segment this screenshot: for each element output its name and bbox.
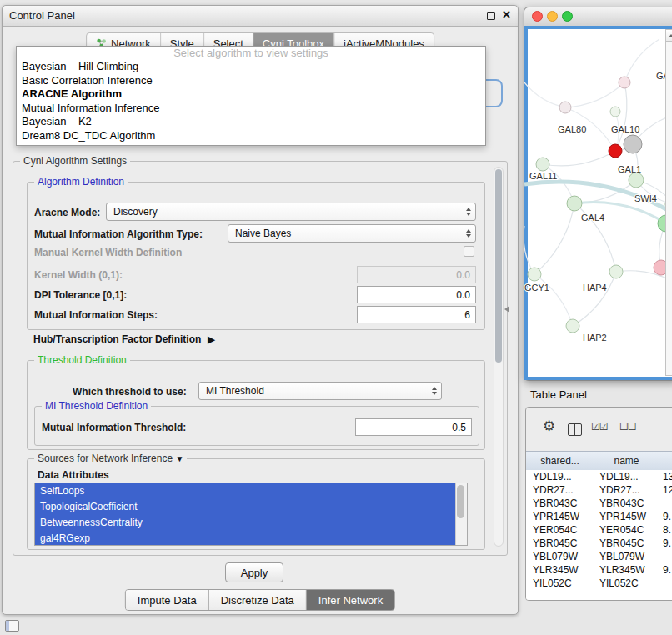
control-panel-window: Control Panel ✕ NetworkStyleSelectCyni T… xyxy=(2,5,519,615)
table-cell: YDL19... xyxy=(526,471,594,482)
columns-icon[interactable] xyxy=(568,423,582,436)
network-node[interactable] xyxy=(609,144,622,158)
manual-kernel-width-checkbox[interactable] xyxy=(464,246,474,257)
algorithm-option[interactable]: Bayesian – Hill Climbing xyxy=(17,60,485,74)
network-node[interactable] xyxy=(567,196,582,211)
kernel-width-value: 0.0 xyxy=(456,269,470,281)
table-row[interactable]: YER054CYER054C8. xyxy=(526,523,672,537)
data-attributes-list[interactable]: SelfLoopsTopologicalCoefficientBetweenne… xyxy=(34,482,468,546)
network-view-window: GAL7GAL80GAL10GAL11GAL1SWI4GAL4GCY1HAP4Y… xyxy=(524,7,672,381)
table-cell: YLR345W xyxy=(594,564,659,576)
dpi-tolerance-input[interactable]: 0.0 xyxy=(357,286,476,303)
table-row[interactable]: YLR345WYLR345W9. xyxy=(526,563,672,577)
mi-threshold-group: MI Threshold Definition Mutual Informati… xyxy=(34,406,479,446)
table-cell: YBL079W xyxy=(594,551,659,562)
table-cell: YBR043C xyxy=(526,498,594,509)
mi-threshold-group-title: MI Threshold Definition xyxy=(42,400,151,412)
network-vertical-scrollbar[interactable] xyxy=(665,29,672,376)
threshold-type-value: MI Threshold xyxy=(206,385,264,397)
sources-group-title[interactable]: Sources for Network Inference ▼ xyxy=(34,452,187,464)
algorithm-option[interactable]: Bayesian – K2 xyxy=(17,115,485,129)
node-label: GAL1 xyxy=(618,164,641,174)
combo-arrows-icon xyxy=(432,387,437,395)
float-window-icon[interactable] xyxy=(487,12,495,20)
mi-threshold-input[interactable]: 0.5 xyxy=(355,418,472,436)
network-node[interactable] xyxy=(624,135,642,153)
network-node[interactable] xyxy=(619,77,630,88)
algorithm-option[interactable]: Dream8 DC_TDC Algorithm xyxy=(17,129,485,143)
network-node[interactable] xyxy=(559,102,571,113)
data-attributes-label: Data Attributes xyxy=(38,469,109,481)
network-node[interactable] xyxy=(610,107,620,117)
aracne-mode-select[interactable]: Discovery xyxy=(106,202,476,221)
settings-scroll-thumb[interactable] xyxy=(495,169,502,362)
select-all-columns-icon[interactable]: ☑☑ xyxy=(591,421,608,432)
table-row[interactable]: YIL052CYIL052C xyxy=(526,577,672,590)
mi-steps-input[interactable]: 6 xyxy=(357,306,476,323)
table-cell: YPR145W xyxy=(594,511,659,522)
mi-type-label: Mutual Information Algorithm Type: xyxy=(34,228,203,240)
table-cell: YLR345W xyxy=(526,564,594,576)
control-panel-titlebar[interactable]: Control Panel ✕ xyxy=(3,6,518,27)
list-scroll-thumb[interactable] xyxy=(457,485,464,518)
table-cell: 9. xyxy=(659,511,672,522)
tab-impute-data[interactable]: Impute Data xyxy=(126,590,209,610)
settings-group-title: Cyni Algorithm Settings xyxy=(20,155,130,167)
threshold-type-select[interactable]: MI Threshold xyxy=(198,382,442,400)
table-row[interactable]: YDL19...YDL19...13 xyxy=(526,470,672,483)
close-icon[interactable]: ✕ xyxy=(502,8,511,21)
algorithm-option[interactable]: Mutual Information Inference xyxy=(17,102,485,116)
network-node[interactable] xyxy=(609,265,623,278)
kernel-width-label: Kernel Width (0,1): xyxy=(34,269,123,281)
algorithm-definition-title: Algorithm Definition xyxy=(34,176,128,188)
table-cell: YBL079W xyxy=(526,551,594,562)
network-node[interactable] xyxy=(629,172,644,188)
node-label: GAL11 xyxy=(529,171,557,181)
attribute-item[interactable]: BetweennessCentrality xyxy=(35,515,456,531)
algorithm-option[interactable]: Basic Correlation Inference xyxy=(17,74,485,88)
table-cell: YIL052C xyxy=(526,578,594,589)
network-node[interactable] xyxy=(566,319,579,332)
network-edge xyxy=(573,272,616,326)
algorithm-dropdown-popup: Select algorithm to view settings Bayesi… xyxy=(16,46,486,146)
column-header[interactable]: shared... xyxy=(526,452,594,470)
attribute-item[interactable]: TopologicalCoefficient xyxy=(35,499,456,515)
tab-infer-network[interactable]: Infer Network xyxy=(307,590,394,610)
table-row[interactable]: YBR043CYBR043C xyxy=(526,497,672,510)
table-cell: YBR043C xyxy=(594,498,659,509)
table-cell: YIL052C xyxy=(594,578,659,589)
tab-discretize-data[interactable]: Discretize Data xyxy=(209,590,307,610)
node-label: GAL80 xyxy=(558,124,586,134)
mi-type-value: Naive Bayes xyxy=(235,228,291,239)
scroll-up-icon[interactable] xyxy=(666,30,672,42)
attribute-item[interactable]: SelfLoops xyxy=(35,483,456,499)
deselect-all-columns-icon[interactable]: ☐☐ xyxy=(619,421,636,432)
column-header[interactable]: name xyxy=(594,452,659,470)
threshold-definition-title: Threshold Definition xyxy=(34,354,130,366)
network-edge xyxy=(624,39,659,82)
hub-definition-toggle[interactable]: Hub/Transcription Factor Definition ▶ xyxy=(33,333,215,345)
network-edge xyxy=(524,226,534,274)
table-row[interactable]: YBL079WYBL079W xyxy=(526,550,672,563)
mi-steps-label: Mutual Information Steps: xyxy=(34,309,158,321)
list-scrollbar[interactable] xyxy=(455,483,467,545)
network-node[interactable] xyxy=(536,158,549,171)
node-label: GAL10 xyxy=(611,124,639,134)
mi-algorithm-type-select[interactable]: Naive Bayes xyxy=(228,224,476,242)
table-row[interactable]: YBR045CYBR045C9. xyxy=(526,537,672,550)
apply-button[interactable]: Apply xyxy=(225,562,283,582)
table-row[interactable]: YPR145WYPR145W9. xyxy=(526,510,672,523)
gear-icon[interactable]: ⚙ xyxy=(543,418,555,435)
column-header[interactable] xyxy=(659,452,672,470)
table-row[interactable]: YDR27...YDR27...12 xyxy=(526,483,672,497)
attribute-item[interactable]: gal4RGexp xyxy=(35,531,456,546)
panel-divider-handle-icon[interactable] xyxy=(504,306,509,312)
settings-scrollbar[interactable] xyxy=(494,167,504,547)
collapsed-panel-icon[interactable] xyxy=(5,620,19,632)
aracne-mode-label: Aracne Mode: xyxy=(34,207,100,218)
bottom-tabs: Impute DataDiscretize DataInfer Network xyxy=(125,589,395,611)
combo-arrows-icon xyxy=(466,229,471,238)
network-edge xyxy=(534,203,574,274)
network-node[interactable] xyxy=(528,268,541,281)
algorithm-option[interactable]: ARACNE Algorithm xyxy=(17,88,485,102)
